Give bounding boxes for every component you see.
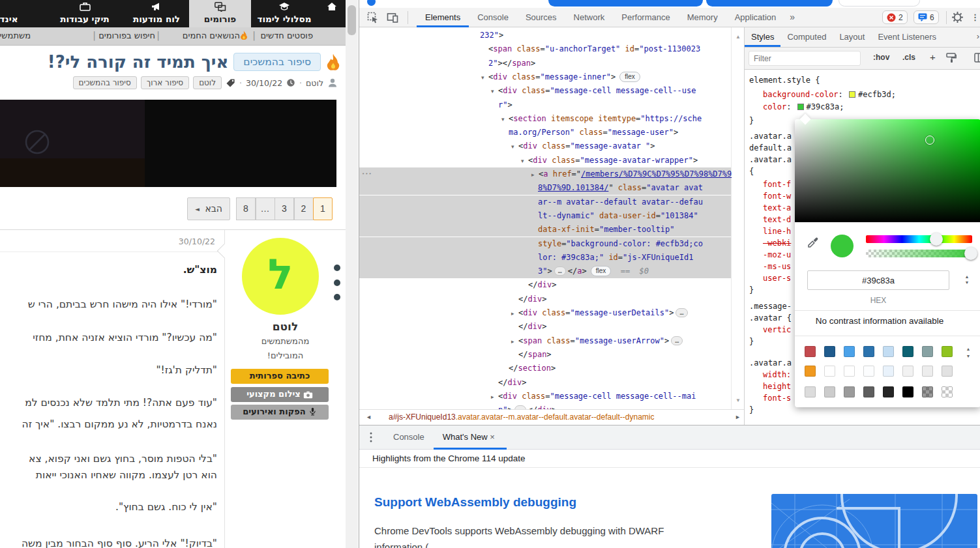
- code-line[interactable]: ▾<div class="message-avatar ">: [359, 139, 731, 153]
- palette-scroll-icons[interactable]: ▲▼: [963, 345, 973, 360]
- twisty-icon[interactable]: ▾: [481, 71, 488, 85]
- palette-swatch[interactable]: [844, 386, 855, 397]
- style-rule-fragment[interactable]: }: [749, 405, 754, 414]
- next-page-button[interactable]: הבא ◄: [187, 197, 230, 220]
- style-rule-fragment[interactable]: .avatar {: [749, 313, 792, 323]
- scrollbar-thumb[interactable]: [348, 5, 356, 35]
- css-property[interactable]: color: [763, 102, 786, 111]
- code-line[interactable]: data-xf-init="member-tooltip": [359, 223, 731, 237]
- style-rule-fragment[interactable]: -moz-u: [763, 250, 791, 259]
- style-rule-fragment[interactable]: font-w: [763, 192, 791, 201]
- tag-chip[interactable]: סיפור בהמשכים: [73, 76, 137, 89]
- style-rule-fragment[interactable]: .avatar.a: [749, 155, 792, 164]
- code-line[interactable]: </div>: [359, 320, 731, 334]
- twisty-icon[interactable]: ▸: [511, 307, 518, 321]
- color-selector-ring[interactable]: [925, 136, 934, 145]
- style-rule-fragment[interactable]: line-h: [763, 227, 791, 236]
- subnav-item[interactable]: הנושאים החמים: [183, 31, 250, 42]
- code-line[interactable]: </div>: [359, 278, 731, 292]
- css-property[interactable]: background-color: [763, 90, 839, 99]
- drawer-tab-console[interactable]: Console: [384, 425, 434, 450]
- hue-handle[interactable]: [930, 233, 943, 246]
- paint-brush-icon[interactable]: [945, 52, 957, 66]
- palette-swatch[interactable]: [942, 386, 953, 397]
- code-line[interactable]: 3">…</a>flex == $0: [359, 265, 731, 278]
- code-line[interactable]: ▸<span class="message-userArrow">…: [359, 334, 731, 348]
- color-swatch[interactable]: [849, 91, 855, 98]
- tag-chip[interactable]: סיפור ארוך: [141, 76, 189, 89]
- new-rule-button[interactable]: +: [930, 51, 936, 63]
- breadcrumb[interactable]: a#js-XFUniqueId13.avatar.avatar--m.avata…: [389, 410, 655, 425]
- code-line[interactable]: lor: #39c83a;" id="js-XFUniqueId1: [359, 251, 731, 265]
- palette-swatch[interactable]: [824, 346, 835, 357]
- wasm-heading-link[interactable]: Support WebAssembly debugging: [374, 495, 576, 510]
- styles-tab-event-listeners[interactable]: Event Listeners: [871, 27, 943, 47]
- page-button-2[interactable]: 2: [294, 197, 314, 220]
- styles-tab-styles[interactable]: Styles: [745, 27, 780, 47]
- code-line[interactable]: </div>: [359, 293, 731, 306]
- thread-prefix-badge[interactable]: סיפור בהמשכים: [233, 53, 321, 71]
- class-toggle-button[interactable]: .cls: [902, 53, 915, 62]
- code-line[interactable]: 8%D7%9D.101384/" class="avatar avat: [359, 181, 731, 195]
- style-rule-fragment[interactable]: default.a: [749, 143, 792, 152]
- crumb-right-icon[interactable]: ►: [735, 410, 741, 425]
- code-line[interactable]: lt--dynamic" data-user-id="101384": [359, 209, 731, 223]
- devtools-tab-sources[interactable]: Sources: [517, 8, 565, 27]
- palette-swatch[interactable]: [844, 346, 855, 357]
- palette-swatch[interactable]: [902, 346, 913, 357]
- style-rule-fragment[interactable]: vertic: [763, 325, 791, 334]
- code-line[interactable]: style="background-color: #ecfb3d;co: [359, 237, 731, 251]
- code-line[interactable]: ▾<section itemscope itemtype="https://sc…: [359, 112, 731, 126]
- style-rule-fragment[interactable]: font-s: [763, 394, 791, 403]
- palette-swatch[interactable]: [824, 366, 835, 377]
- post-date[interactable]: 30/10/22: [179, 237, 215, 246]
- code-line[interactable]: 232">: [359, 29, 731, 42]
- palette-swatch[interactable]: [844, 366, 855, 377]
- code-line[interactable]: r">: [359, 98, 731, 112]
- devtools-tab-network[interactable]: Network: [565, 8, 614, 27]
- settings-gear-icon[interactable]: [951, 11, 964, 26]
- code-line[interactable]: </span>: [359, 348, 731, 362]
- palette-swatch[interactable]: [805, 386, 816, 397]
- palette-swatch[interactable]: [902, 366, 913, 377]
- hex-stepper[interactable]: ▲▼: [962, 274, 972, 285]
- devtools-tab-elements[interactable]: Elements: [417, 8, 469, 27]
- code-line[interactable]: ▾<div class="message-inner">flex: [359, 70, 731, 84]
- style-rule-fragment[interactable]: text-d: [763, 215, 791, 224]
- twisty-icon[interactable]: ▾: [521, 154, 528, 168]
- style-rule-fragment[interactable]: text-a: [763, 203, 791, 212]
- twisty-icon[interactable]: ▾: [501, 113, 509, 126]
- twisty-icon[interactable]: ▸: [511, 335, 518, 349]
- palette-swatch[interactable]: [883, 346, 894, 357]
- code-line[interactable]: <span class="u-anchorTarget" id="post-11…: [359, 42, 731, 56]
- devtools-tab-application[interactable]: Application: [726, 8, 785, 27]
- hue-slider[interactable]: [866, 235, 972, 243]
- page-button-…[interactable]: …: [256, 197, 275, 220]
- more-tabs-icon[interactable]: »: [784, 8, 800, 27]
- devtools-tab-memory[interactable]: Memory: [679, 8, 726, 27]
- palette-swatch[interactable]: [942, 346, 953, 357]
- style-rule-fragment[interactable]: user-s: [763, 274, 791, 283]
- code-line[interactable]: </div>: [359, 376, 731, 390]
- subnav-item[interactable]: חיפוש בפורומים: [98, 31, 155, 40]
- palette-swatch[interactable]: [883, 366, 894, 377]
- styles-filter-input[interactable]: [749, 51, 861, 66]
- nav-tab-תיקי עבודות[interactable]: תיקי עבודות: [46, 0, 124, 27]
- nav-tab-לוח מודעות[interactable]: לוח מודעות: [124, 0, 189, 27]
- code-line[interactable]: •••▸<a href="/members/%D7%9C%D7%95%D7%98…: [359, 167, 731, 181]
- page-button-8[interactable]: 8: [236, 197, 256, 220]
- code-line[interactable]: </section>: [359, 362, 731, 375]
- palette-swatch[interactable]: [805, 366, 816, 377]
- palette-swatch[interactable]: [883, 386, 894, 397]
- username[interactable]: לוטם: [225, 320, 346, 333]
- devtools-tab-performance[interactable]: Performance: [613, 8, 678, 27]
- nav-tab-home[interactable]: [318, 0, 346, 27]
- alpha-handle[interactable]: [964, 247, 977, 260]
- style-rule-fragment[interactable]: }: [749, 337, 754, 346]
- page-button-1[interactable]: 1: [313, 197, 333, 220]
- eyedropper-icon[interactable]: [807, 236, 820, 252]
- scroll-up-icon[interactable]: ▲: [734, 34, 743, 40]
- expand-gutter-icon[interactable]: •••: [362, 167, 372, 181]
- twisty-icon[interactable]: ▸: [531, 168, 539, 182]
- styles-tab-computed[interactable]: Computed: [780, 27, 833, 47]
